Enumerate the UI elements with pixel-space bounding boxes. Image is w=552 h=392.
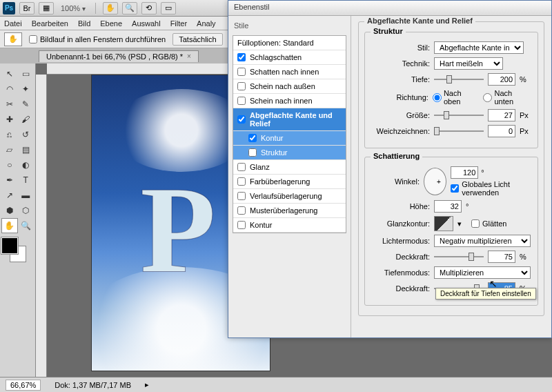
letter-p-layer: P	[140, 158, 216, 301]
groesse-slider[interactable]	[434, 110, 484, 121]
menu-bild[interactable]: Bild	[78, 19, 90, 28]
menu-filter[interactable]: Filter	[170, 19, 187, 28]
tooltip: Deckkraft für Tiefen einstellen	[435, 288, 536, 300]
technik-select[interactable]: Hart meißeln	[434, 57, 503, 70]
zoom-level-field[interactable]: 66,67%	[6, 380, 41, 391]
lasso-tool[interactable]: ◠	[1, 81, 18, 97]
hand-tool[interactable]: ✋	[1, 218, 18, 233]
zoom-tool[interactable]: 🔍	[18, 218, 34, 233]
style-bevel-texture[interactable]: Struktur	[233, 146, 346, 160]
actual-pixels-button[interactable]: Tatsächlich	[172, 33, 222, 46]
deckkraft-highlight-label: Deckkraft:	[371, 253, 430, 261]
lichtermodus-select[interactable]: Negativ multiplizieren	[434, 235, 531, 247]
style-inner-glow[interactable]: Schein nach innen	[233, 94, 346, 108]
photoshop-icon: Ps	[3, 2, 15, 14]
lichtermodus-label: Lichtermodus:	[371, 237, 430, 245]
technik-label: Technik:	[371, 59, 430, 68]
dodge-tool[interactable]: ◐	[18, 157, 34, 173]
color-swatches[interactable]	[1, 237, 29, 265]
arrange-button[interactable]: ▭	[161, 2, 176, 14]
glaetten-checkbox[interactable]: Glätten	[471, 219, 506, 228]
schattierung-legend: Schattierung	[371, 152, 422, 160]
menu-datei[interactable]: Datei	[4, 19, 22, 28]
tiefe-label: Tiefe:	[371, 75, 430, 84]
3d-camera-tool[interactable]: ⬡	[18, 203, 34, 218]
contour-swatch[interactable]	[434, 216, 453, 231]
brush-tool[interactable]: 🖌	[18, 112, 34, 127]
panel-title: Abgeflachte Kante und Relief	[364, 17, 475, 25]
menu-auswahl[interactable]: Auswahl	[132, 19, 161, 28]
style-gradient-overlay[interactable]: Verlaufsüberlagerung	[233, 189, 346, 204]
move-tool[interactable]: ↖	[1, 66, 18, 81]
zoom-tool-button[interactable]: 🔍	[122, 2, 137, 14]
weich-input[interactable]	[488, 125, 515, 137]
wand-tool[interactable]: ✦	[18, 81, 34, 97]
history-brush-tool[interactable]: ↺	[18, 127, 34, 142]
menu-ebene[interactable]: Ebene	[100, 19, 122, 28]
winkel-input[interactable]	[451, 166, 478, 179]
hoehe-label: Höhe:	[371, 202, 430, 210]
layer-style-dialog: Ebenenstil Stile Fülloptionen: Standard …	[228, 0, 552, 338]
document-tab[interactable]: Unbenannt-1 bei 66,7% (PSD , RGB/8) *×	[39, 50, 199, 62]
fill-options-item[interactable]: Fülloptionen: Standard	[233, 36, 346, 50]
bridge-button[interactable]: Br	[19, 2, 34, 14]
eraser-tool[interactable]: ▱	[1, 142, 18, 157]
marquee-tool[interactable]: ▭	[18, 66, 34, 81]
style-color-overlay[interactable]: Farbüberlagerung	[233, 175, 346, 189]
type-tool[interactable]: T	[18, 173, 34, 188]
tiefe-input[interactable]	[488, 73, 515, 86]
zoom-selector[interactable]: 100% ▾	[58, 4, 88, 12]
style-drop-shadow[interactable]: Schlagschatten	[233, 50, 346, 65]
styles-list-panel: Stile Fülloptionen: Standard Schlagschat…	[228, 16, 351, 337]
menu-bearbeiten[interactable]: Bearbeiten	[32, 19, 68, 28]
heal-tool[interactable]: ✚	[1, 112, 18, 127]
style-inner-shadow[interactable]: Schatten nach innen	[233, 65, 346, 79]
style-bevel-emboss[interactable]: Abgeflachte Kante und Relief	[233, 108, 346, 131]
3d-tool[interactable]: ⬢	[1, 203, 18, 218]
style-outer-glow[interactable]: Schein nach außen	[233, 79, 346, 94]
tiefenmodus-label: Tiefenmodus:	[371, 268, 430, 277]
eyedropper-tool[interactable]: ✎	[18, 97, 34, 112]
path-tool[interactable]: ↗	[1, 188, 18, 203]
richtung-down-radio[interactable]: Nach unten	[483, 89, 532, 106]
style-stroke[interactable]: Kontur	[233, 218, 346, 233]
winkel-label: Winkel:	[371, 177, 420, 186]
deckkraft-highlight-slider[interactable]	[434, 251, 484, 262]
deckkraft-highlight-input[interactable]	[488, 251, 515, 263]
tiefenmodus-select[interactable]: Multiplizieren	[434, 266, 531, 279]
tiefe-slider[interactable]	[434, 74, 484, 85]
crop-tool[interactable]: ✂	[1, 97, 18, 112]
shape-tool[interactable]: ▬	[18, 188, 34, 203]
weich-slider[interactable]	[434, 126, 484, 137]
hoehe-input[interactable]	[434, 200, 462, 213]
richtung-up-radio[interactable]: Nach oben	[433, 89, 480, 106]
blur-tool[interactable]: ○	[1, 157, 18, 173]
groesse-input[interactable]	[488, 109, 515, 121]
stil-select[interactable]: Abgeflachte Kante innen	[434, 41, 524, 54]
chevron-right-icon[interactable]: ▸	[145, 380, 149, 389]
rotate-view-button[interactable]: ⟲	[141, 2, 157, 14]
foreground-color-swatch[interactable]	[1, 237, 18, 254]
scroll-all-windows-checkbox[interactable]: Bildlauf in allen Fenstern durchführen	[29, 35, 166, 43]
stamp-tool[interactable]: ⎌	[1, 127, 18, 142]
style-satin[interactable]: Glanz	[233, 160, 346, 175]
richtung-label: Richtung:	[371, 93, 428, 101]
angle-control[interactable]: +	[424, 168, 446, 195]
hand-tool-button[interactable]: ✋	[103, 2, 118, 14]
contour-dropdown-icon[interactable]: ▾	[457, 219, 462, 228]
pen-tool[interactable]: ✒	[1, 173, 18, 188]
ruler-vertical[interactable]	[36, 75, 47, 377]
gradient-tool[interactable]: ▤	[18, 142, 34, 157]
dialog-title[interactable]: Ebenenstil	[228, 1, 551, 16]
styles-header[interactable]: Stile	[228, 16, 351, 32]
screen-mode-button[interactable]: ▦	[39, 2, 54, 14]
close-icon[interactable]: ×	[187, 52, 191, 60]
style-pattern-overlay[interactable]: Musterüberlagerung	[233, 204, 346, 218]
menu-analyse[interactable]: Analy	[197, 19, 216, 28]
global-light-checkbox[interactable]: Globales Licht verwenden	[451, 180, 532, 197]
groesse-label: Größe:	[371, 111, 430, 119]
weich-label: Weichzeichnen:	[371, 127, 430, 135]
current-tool-icon[interactable]: ✋	[4, 32, 22, 46]
style-bevel-contour[interactable]: Kontur	[233, 131, 346, 146]
status-bar: 66,67% Dok: 1,37 MB/7,17 MB ▸	[0, 377, 552, 392]
